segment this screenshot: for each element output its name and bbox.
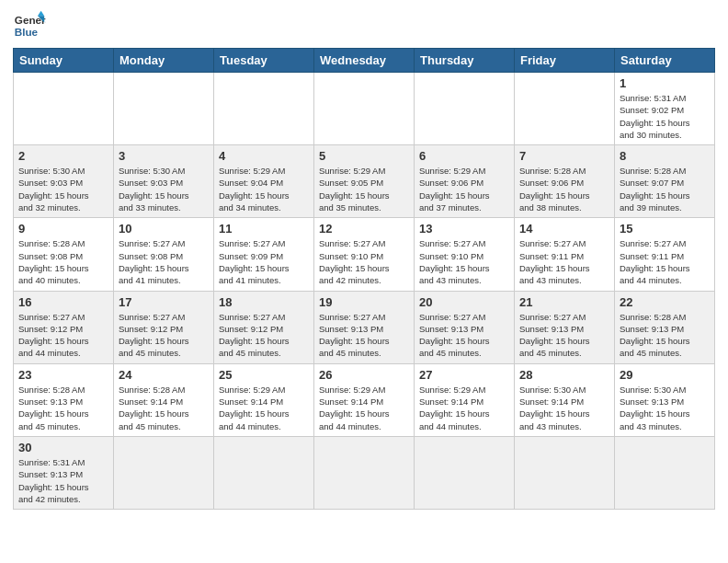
day-info: Sunrise: 5:28 AM Sunset: 9:13 PM Dayligh…	[620, 311, 710, 360]
day-info: Sunrise: 5:27 AM Sunset: 9:11 PM Dayligh…	[620, 237, 710, 286]
weekday-header-saturday: Saturday	[615, 49, 715, 73]
day-number: 9	[18, 222, 108, 236]
calendar-day-cell	[14, 73, 114, 145]
calendar-day-cell: 9Sunrise: 5:28 AM Sunset: 9:08 PM Daylig…	[14, 218, 114, 291]
calendar-day-cell: 26Sunrise: 5:29 AM Sunset: 9:14 PM Dayli…	[314, 363, 415, 436]
calendar-day-cell: 28Sunrise: 5:30 AM Sunset: 9:14 PM Dayli…	[515, 363, 615, 436]
page: General Blue SundayMondayTuesdayWednesda…	[0, 0, 728, 523]
calendar-week-row: 30Sunrise: 5:31 AM Sunset: 9:13 PM Dayli…	[14, 436, 715, 509]
day-info: Sunrise: 5:30 AM Sunset: 9:03 PM Dayligh…	[18, 165, 108, 213]
calendar-day-cell	[515, 436, 615, 509]
weekday-header-tuesday: Tuesday	[214, 49, 314, 73]
calendar-table: SundayMondayTuesdayWednesdayThursdayFrid…	[13, 48, 715, 510]
calendar-day-cell: 25Sunrise: 5:29 AM Sunset: 9:14 PM Dayli…	[214, 363, 314, 436]
day-number: 21	[519, 295, 609, 309]
day-number: 10	[119, 222, 209, 236]
weekday-header-row: SundayMondayTuesdayWednesdayThursdayFrid…	[14, 49, 715, 73]
calendar-week-row: 9Sunrise: 5:28 AM Sunset: 9:08 PM Daylig…	[14, 218, 715, 291]
day-info: Sunrise: 5:29 AM Sunset: 9:14 PM Dayligh…	[219, 384, 309, 432]
day-number: 20	[419, 295, 509, 309]
day-info: Sunrise: 5:29 AM Sunset: 9:05 PM Dayligh…	[319, 165, 409, 213]
weekday-header-wednesday: Wednesday	[314, 49, 415, 73]
svg-text:Blue: Blue	[15, 26, 39, 38]
calendar-day-cell	[114, 436, 214, 509]
day-info: Sunrise: 5:31 AM Sunset: 9:02 PM Dayligh…	[620, 92, 710, 141]
day-info: Sunrise: 5:28 AM Sunset: 9:06 PM Dayligh…	[519, 165, 609, 213]
calendar-day-cell: 7Sunrise: 5:28 AM Sunset: 9:06 PM Daylig…	[515, 145, 615, 218]
day-number: 16	[18, 295, 108, 309]
day-info: Sunrise: 5:27 AM Sunset: 9:08 PM Dayligh…	[119, 237, 209, 286]
calendar-day-cell: 16Sunrise: 5:27 AM Sunset: 9:12 PM Dayli…	[14, 291, 114, 363]
day-info: Sunrise: 5:27 AM Sunset: 9:11 PM Dayligh…	[519, 237, 609, 286]
calendar-day-cell: 19Sunrise: 5:27 AM Sunset: 9:13 PM Dayli…	[314, 291, 415, 363]
day-number: 29	[620, 368, 710, 382]
day-number: 25	[219, 368, 309, 382]
day-number: 12	[319, 222, 409, 236]
calendar-day-cell: 13Sunrise: 5:27 AM Sunset: 9:10 PM Dayli…	[415, 218, 515, 291]
day-number: 11	[219, 222, 309, 236]
weekday-header-friday: Friday	[515, 49, 615, 73]
calendar-week-row: 23Sunrise: 5:28 AM Sunset: 9:13 PM Dayli…	[14, 363, 715, 436]
day-number: 5	[319, 149, 409, 163]
day-number: 13	[419, 222, 509, 236]
day-number: 1	[620, 76, 710, 90]
day-info: Sunrise: 5:27 AM Sunset: 9:13 PM Dayligh…	[319, 311, 409, 360]
day-number: 3	[119, 149, 209, 163]
calendar-day-cell: 20Sunrise: 5:27 AM Sunset: 9:13 PM Dayli…	[415, 291, 515, 363]
calendar-day-cell: 3Sunrise: 5:30 AM Sunset: 9:03 PM Daylig…	[114, 145, 214, 218]
calendar-day-cell: 30Sunrise: 5:31 AM Sunset: 9:13 PM Dayli…	[14, 436, 114, 509]
calendar-day-cell: 27Sunrise: 5:29 AM Sunset: 9:14 PM Dayli…	[415, 363, 515, 436]
calendar-day-cell: 29Sunrise: 5:30 AM Sunset: 9:13 PM Dayli…	[615, 363, 715, 436]
calendar-day-cell	[415, 436, 515, 509]
generalblue-logo-icon: General Blue	[13, 9, 46, 42]
calendar-day-cell: 2Sunrise: 5:30 AM Sunset: 9:03 PM Daylig…	[14, 145, 114, 218]
day-number: 28	[519, 368, 609, 382]
calendar-day-cell: 15Sunrise: 5:27 AM Sunset: 9:11 PM Dayli…	[615, 218, 715, 291]
calendar-day-cell: 21Sunrise: 5:27 AM Sunset: 9:13 PM Dayli…	[515, 291, 615, 363]
calendar-day-cell: 4Sunrise: 5:29 AM Sunset: 9:04 PM Daylig…	[214, 145, 314, 218]
calendar-day-cell: 5Sunrise: 5:29 AM Sunset: 9:05 PM Daylig…	[314, 145, 415, 218]
day-info: Sunrise: 5:27 AM Sunset: 9:12 PM Dayligh…	[18, 311, 108, 360]
day-number: 17	[119, 295, 209, 309]
day-info: Sunrise: 5:28 AM Sunset: 9:14 PM Dayligh…	[119, 384, 209, 432]
day-info: Sunrise: 5:31 AM Sunset: 9:13 PM Dayligh…	[18, 456, 108, 505]
day-number: 4	[219, 149, 309, 163]
calendar-week-row: 16Sunrise: 5:27 AM Sunset: 9:12 PM Dayli…	[14, 291, 715, 363]
weekday-header-thursday: Thursday	[415, 49, 515, 73]
calendar-day-cell: 17Sunrise: 5:27 AM Sunset: 9:12 PM Dayli…	[114, 291, 214, 363]
calendar-day-cell: 24Sunrise: 5:28 AM Sunset: 9:14 PM Dayli…	[114, 363, 214, 436]
day-info: Sunrise: 5:27 AM Sunset: 9:13 PM Dayligh…	[419, 311, 509, 360]
day-info: Sunrise: 5:30 AM Sunset: 9:03 PM Dayligh…	[119, 165, 209, 213]
calendar-day-cell	[515, 73, 615, 145]
day-info: Sunrise: 5:28 AM Sunset: 9:08 PM Dayligh…	[18, 237, 108, 286]
calendar-day-cell: 12Sunrise: 5:27 AM Sunset: 9:10 PM Dayli…	[314, 218, 415, 291]
day-number: 22	[620, 295, 710, 309]
day-info: Sunrise: 5:29 AM Sunset: 9:14 PM Dayligh…	[319, 384, 409, 432]
calendar-day-cell	[415, 73, 515, 145]
calendar-day-cell: 23Sunrise: 5:28 AM Sunset: 9:13 PM Dayli…	[14, 363, 114, 436]
day-info: Sunrise: 5:28 AM Sunset: 9:13 PM Dayligh…	[18, 384, 108, 432]
day-info: Sunrise: 5:27 AM Sunset: 9:10 PM Dayligh…	[319, 237, 409, 286]
day-info: Sunrise: 5:27 AM Sunset: 9:09 PM Dayligh…	[219, 237, 309, 286]
calendar-week-row: 1Sunrise: 5:31 AM Sunset: 9:02 PM Daylig…	[14, 73, 715, 145]
calendar-day-cell: 11Sunrise: 5:27 AM Sunset: 9:09 PM Dayli…	[214, 218, 314, 291]
day-number: 26	[319, 368, 409, 382]
day-number: 18	[219, 295, 309, 309]
calendar-day-cell: 1Sunrise: 5:31 AM Sunset: 9:02 PM Daylig…	[615, 73, 715, 145]
day-number: 19	[319, 295, 409, 309]
day-number: 27	[419, 368, 509, 382]
day-number: 15	[620, 222, 710, 236]
day-info: Sunrise: 5:30 AM Sunset: 9:14 PM Dayligh…	[519, 384, 609, 432]
day-info: Sunrise: 5:30 AM Sunset: 9:13 PM Dayligh…	[620, 384, 710, 432]
day-info: Sunrise: 5:29 AM Sunset: 9:06 PM Dayligh…	[419, 165, 509, 213]
day-info: Sunrise: 5:27 AM Sunset: 9:13 PM Dayligh…	[519, 311, 609, 360]
day-number: 24	[119, 368, 209, 382]
day-info: Sunrise: 5:29 AM Sunset: 9:14 PM Dayligh…	[419, 384, 509, 432]
weekday-header-monday: Monday	[114, 49, 214, 73]
day-number: 23	[18, 368, 108, 382]
day-number: 14	[519, 222, 609, 236]
day-number: 2	[18, 149, 108, 163]
day-info: Sunrise: 5:27 AM Sunset: 9:12 PM Dayligh…	[119, 311, 209, 360]
day-info: Sunrise: 5:27 AM Sunset: 9:12 PM Dayligh…	[219, 311, 309, 360]
day-number: 30	[18, 441, 108, 454]
